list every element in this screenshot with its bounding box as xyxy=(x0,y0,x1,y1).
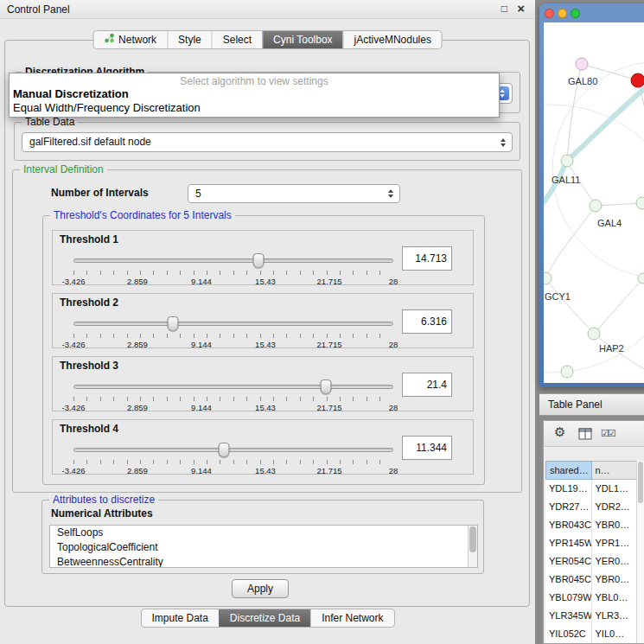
table-row[interactable]: YDL19…YDL1… xyxy=(545,480,637,498)
node-label: GAL80 xyxy=(568,76,597,86)
table-cell[interactable]: YIL052C xyxy=(545,625,592,643)
slider-thumb[interactable] xyxy=(218,443,229,457)
tab-impute-data[interactable]: Impute Data xyxy=(141,609,218,627)
tab-jactivemnodules[interactable]: jActiveMNodules xyxy=(343,31,442,48)
tab-label: Cyni Toolbox xyxy=(273,31,332,48)
network-window-titlebar[interactable] xyxy=(539,3,644,22)
float-window-icon[interactable]: □ xyxy=(501,3,507,15)
table-header-row: shared… n… xyxy=(545,461,637,480)
attribute-list-item[interactable]: BetweennessCentrality xyxy=(50,555,477,568)
table-row[interactable]: YLR345WYLR3… xyxy=(545,607,637,625)
close-icon[interactable]: × xyxy=(517,1,525,16)
node-label: GAL4 xyxy=(597,218,622,228)
scale-label: 28 xyxy=(389,403,399,412)
table-cell[interactable]: YER054C xyxy=(545,552,592,571)
slider-thumb[interactable] xyxy=(252,253,264,268)
network-nodes xyxy=(544,58,644,378)
table-cell[interactable]: YIL0… xyxy=(592,625,638,643)
control-panel-tabs: Network Style Select Cyni Toolbox jActiv… xyxy=(92,30,443,49)
apply-button[interactable]: Apply xyxy=(232,579,289,598)
table-cell[interactable]: YDR2… xyxy=(592,498,638,516)
close-traffic-light[interactable] xyxy=(545,9,554,18)
tab-select[interactable]: Select xyxy=(212,31,262,48)
table-row[interactable]: YER054CYER0… xyxy=(545,552,637,571)
number-of-intervals-combobox[interactable]: 5 xyxy=(188,184,400,203)
table-cell[interactable]: YBR043C xyxy=(545,516,592,534)
column-header-shared[interactable]: shared… xyxy=(545,461,592,480)
table-cell[interactable]: YPR1… xyxy=(592,534,638,552)
network-node[interactable] xyxy=(636,197,644,209)
network-node-gal80[interactable] xyxy=(576,58,588,70)
tab-network[interactable]: Network xyxy=(93,31,167,48)
columns-icon[interactable] xyxy=(578,428,592,443)
threshold-value-field[interactable]: 14.713 xyxy=(402,246,452,271)
slider-track xyxy=(73,385,393,389)
threshold-slider[interactable]: -3.4262.8599.14415.4321.71528 xyxy=(73,443,393,475)
network-window: GAL80 GAL11 GAL4 GCY1 HAP2 xyxy=(539,3,644,387)
table-cell[interactable]: YBL0… xyxy=(592,589,638,607)
numerical-attributes-label: Numerical Attributes xyxy=(51,507,153,520)
attribute-list-item[interactable]: TopologicalCoefficient xyxy=(50,540,477,555)
scale-label: 9.144 xyxy=(191,340,212,349)
table-row[interactable]: YBL079WYBL0… xyxy=(545,589,637,607)
minimize-traffic-light[interactable] xyxy=(558,9,567,18)
threshold-value-field[interactable]: 21.4 xyxy=(402,373,452,397)
list-scrollbar-thumb[interactable] xyxy=(469,526,476,552)
slider-thumb[interactable] xyxy=(321,379,332,394)
threshold-label: Threshold 2 xyxy=(60,296,118,309)
network-node[interactable] xyxy=(544,272,552,284)
list-scrollbar[interactable] xyxy=(468,526,477,567)
threshold-slider[interactable]: -3.4262.8599.14415.4321.71528 xyxy=(73,379,393,412)
popup-item-equal-width-frequency[interactable]: Equal Width/Frequency Discretization xyxy=(10,101,499,115)
table-cell[interactable]: YPR145W xyxy=(545,534,592,552)
tab-style[interactable]: Style xyxy=(167,31,212,48)
network-node[interactable] xyxy=(561,155,573,167)
table-body: YDL19…YDL1…YDR27…YDR2…YBR043CYBR0…YPR145… xyxy=(545,480,637,643)
network-tab-icon xyxy=(104,31,114,48)
threshold-value-field[interactable]: 11.344 xyxy=(402,436,452,460)
table-cell[interactable]: YBL079W xyxy=(545,589,592,607)
gear-icon[interactable]: ⚙ xyxy=(554,424,565,440)
table-cell[interactable]: YER0… xyxy=(592,552,638,571)
slider-scale: -3.4262.8599.14415.4321.71528 xyxy=(73,277,393,286)
threshold-slider[interactable]: -3.4262.8599.14415.4321.71528 xyxy=(73,253,393,286)
table-row[interactable]: YBR045CYBR0… xyxy=(545,571,637,589)
column-header-name[interactable]: n… xyxy=(592,461,638,480)
threshold-value-field[interactable]: 6.316 xyxy=(402,309,452,334)
network-node[interactable] xyxy=(588,328,600,340)
table-cell[interactable]: YLR345W xyxy=(545,607,592,625)
network-node[interactable] xyxy=(638,273,644,284)
scale-label: 15.43 xyxy=(255,277,276,286)
table-row[interactable]: YBR043CYBR0… xyxy=(545,516,637,534)
zoom-traffic-light[interactable] xyxy=(571,9,580,18)
scale-label: 21.715 xyxy=(316,466,341,475)
tab-cyni-toolbox[interactable]: Cyni Toolbox xyxy=(262,31,342,48)
table-cell[interactable]: YDL1… xyxy=(592,480,638,498)
attributes-listbox[interactable]: SelfLoopsTopologicalCoefficientBetweenne… xyxy=(49,525,478,568)
tab-infer-network[interactable]: Infer Network xyxy=(310,609,393,627)
threshold-slider[interactable]: -3.4262.8599.14415.4321.71528 xyxy=(73,316,393,349)
table-cell[interactable]: YDL19… xyxy=(545,480,592,498)
table-cell[interactable]: YDR27… xyxy=(545,498,592,516)
attribute-list-item[interactable]: SelfLoops xyxy=(50,526,477,540)
select-columns-icon[interactable]: ☑☑ xyxy=(601,428,615,439)
table-cell[interactable]: YBR0… xyxy=(592,571,638,589)
table-cell[interactable]: YLR3… xyxy=(592,607,638,625)
table-toolbar: ⚙ ☑☑ xyxy=(544,421,644,447)
slider-thumb[interactable] xyxy=(167,316,178,331)
table-row[interactable]: YIL052CYIL0… xyxy=(545,625,637,643)
table-cell[interactable]: YBR0… xyxy=(592,516,638,534)
table-scrollbar-thumb[interactable] xyxy=(638,462,643,503)
network-canvas[interactable]: GAL80 GAL11 GAL4 GCY1 HAP2 xyxy=(544,22,644,383)
table-row[interactable]: YDR27…YDR2… xyxy=(545,498,637,516)
popup-item-manual-discretization[interactable]: Manual Discretization xyxy=(10,87,499,101)
table-cell[interactable]: YBR045C xyxy=(545,571,592,589)
tab-discretize-data[interactable]: Discretize Data xyxy=(219,609,310,627)
network-background-edges xyxy=(544,61,644,373)
table-data-combobox[interactable]: galFiltered.sif default node xyxy=(22,132,513,152)
network-node[interactable] xyxy=(590,200,602,212)
network-node[interactable] xyxy=(561,366,573,378)
table-row[interactable]: YPR145WYPR1… xyxy=(545,534,637,552)
network-node-red[interactable] xyxy=(631,73,644,87)
table-scrollbar[interactable] xyxy=(636,461,644,643)
